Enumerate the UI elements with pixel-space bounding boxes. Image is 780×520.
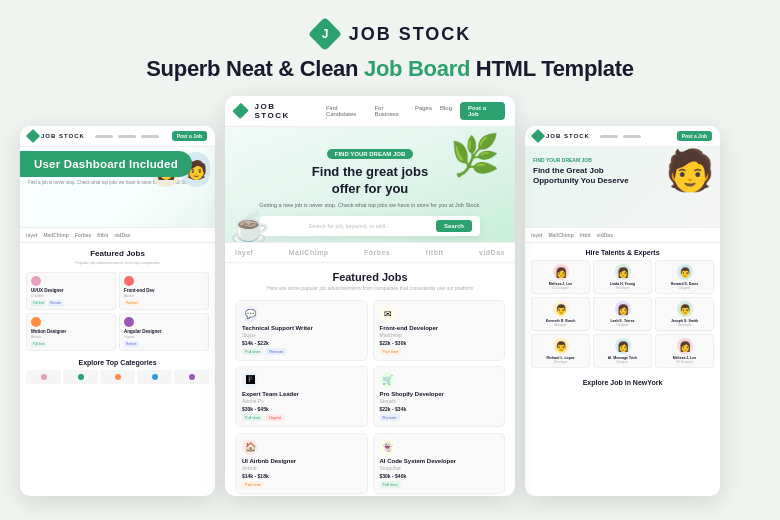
- right-logo-diamond: [531, 129, 545, 143]
- left-job-icon-2: [124, 276, 134, 286]
- center-nav-links: Find Candidates For Business Pages Blog: [326, 105, 452, 117]
- right-logo-viddas: vidDas: [597, 232, 613, 238]
- center-logos: layef MailChimp Forbes fitbit vidDas: [225, 242, 515, 263]
- center-job-salary-6: $30k - $40k: [380, 473, 499, 479]
- right-talent-role-7: Developer: [535, 360, 586, 364]
- center-tag-pt-2: Part time: [380, 348, 402, 355]
- center-job-salary-1: $14k - $22k: [242, 340, 361, 346]
- tagline-normal: Superb Neat & Clean: [146, 56, 364, 81]
- center-logo-fitbit: fitbit: [426, 249, 444, 256]
- center-job-salary-3: $30k - $45k: [242, 406, 361, 412]
- center-jobs-grid-2: 🏠 UI Airbnb Designer Airbnb $14k - $18k …: [225, 431, 515, 496]
- left-job-4: Angular Designer Figma Remote: [119, 313, 209, 351]
- center-job-4: 🛒 Pro Shopify Developer Shopify $22k - $…: [373, 366, 506, 427]
- left-job-company-4: Figma: [124, 335, 204, 339]
- center-nav: JOB STOCK Find Candidates For Business P…: [225, 96, 515, 127]
- center-screenshot-card: JOB STOCK Find Candidates For Business P…: [225, 96, 515, 496]
- left-logo-fitbit: fitbit: [97, 232, 108, 238]
- right-hero: FIND YOUR DREAM JOB Find the Great Job O…: [525, 147, 720, 227]
- left-job-1: UI/UX Designer Dribbble Full time Remote: [26, 272, 116, 310]
- center-job-icon-3: 🅿: [242, 372, 258, 388]
- left-featured-title: Featured Jobs: [20, 243, 215, 260]
- tagline: Superb Neat & Clean Job Board HTML Templ…: [146, 56, 633, 82]
- left-screenshot-card: JOB STOCK Post a Job REMOTE WORK PLATFOR…: [20, 126, 215, 496]
- left-logo: JOB STOCK: [28, 131, 85, 141]
- center-tag-pt-5: Part time: [242, 481, 264, 488]
- center-job-tags-3: Full time Urgent: [242, 414, 361, 421]
- center-nav-find[interactable]: Find Candidates: [326, 105, 367, 117]
- right-talent-role-9: UX Designer: [659, 360, 710, 364]
- left-logo-diamond: [26, 129, 40, 143]
- left-nav-link-1: [95, 135, 113, 138]
- center-search-input[interactable]: Search for job, keyword, or skill...: [268, 223, 430, 229]
- center-logo-mailchimp: MailChimp: [289, 249, 329, 256]
- left-job-icon-1: [31, 276, 41, 286]
- right-nav-links: [600, 135, 641, 138]
- right-talent-avatar-7: 👨: [553, 338, 569, 354]
- right-talent-avatar-1: 👩: [553, 264, 569, 280]
- left-featured-sub: Popular job advertisements from top comp…: [20, 260, 215, 269]
- right-talent-role-3: Designer: [659, 286, 710, 290]
- center-job-tags-1: Full time Remote: [242, 348, 361, 355]
- center-job-icon-2: ✉: [380, 306, 396, 322]
- right-nav-link-2: [623, 135, 641, 138]
- center-job-title-4: Pro Shopify Developer: [380, 391, 499, 397]
- center-tag-urg-3: Urgent: [266, 414, 284, 421]
- center-post-btn[interactable]: Post a Job: [460, 102, 505, 120]
- center-nav-biz[interactable]: For Business: [374, 105, 406, 117]
- tagline-highlight: Job Board: [364, 56, 470, 81]
- left-nav-link-2: [118, 135, 136, 138]
- center-job-title-5: UI Airbnb Designer: [242, 458, 361, 464]
- left-job-title-3: Motion Designer: [31, 329, 111, 334]
- left-nav: JOB STOCK Post a Job: [20, 126, 215, 147]
- center-plant-icon: 🌿: [450, 132, 500, 179]
- center-job-2: ✉ Front-end Developer Mailchimp $22k - $…: [373, 300, 506, 361]
- left-cat-dot-3: [115, 374, 121, 380]
- left-job-3: Motion Designer Airbnb Full time: [26, 313, 116, 351]
- center-tag-ft-1: Full time: [242, 348, 263, 355]
- left-post-btn[interactable]: Post a Job: [172, 131, 207, 141]
- center-jobs-grid-1: 💬 Technical Support Writer Skype $14k - …: [225, 296, 515, 431]
- center-tag-r-4: Remote: [380, 414, 400, 421]
- left-tag-fulltime-1: Full time: [31, 300, 46, 306]
- right-talent-avatar-9: 👩: [677, 338, 693, 354]
- left-cat-3: [100, 370, 135, 384]
- center-logo-layef: layef: [235, 249, 253, 256]
- right-talent-2: 👩 Linda H. Young Developer: [593, 260, 652, 294]
- left-tag-remote-1: Remote: [48, 300, 63, 306]
- right-post-btn[interactable]: Post a Job: [677, 131, 712, 141]
- center-nav-blog[interactable]: Blog: [440, 105, 452, 117]
- center-nav-pages[interactable]: Pages: [415, 105, 432, 117]
- screenshots-row: User Dashboard Included JOB STOCK Post a…: [20, 96, 760, 496]
- center-logo-diamond: [232, 103, 249, 120]
- right-talent-role-4: Manager: [535, 323, 586, 327]
- center-logo-viddas: vidDas: [479, 249, 505, 256]
- right-talents-section: Hire Talents & Experts 👩 Melissa J. Lee …: [525, 243, 720, 374]
- left-nav-links: [95, 135, 159, 138]
- left-logo-viddas: vidDas: [114, 232, 130, 238]
- right-person-icon: 🧑: [665, 150, 715, 190]
- center-job-3: 🅿 Expert Team Leader Adobe Ps $30k - $45…: [235, 366, 368, 427]
- center-job-title-6: AI Code System Developer: [380, 458, 499, 464]
- left-cat-1: [26, 370, 61, 384]
- left-cat-dot-2: [78, 374, 84, 380]
- right-nav: JOB STOCK Post a Job: [525, 126, 720, 147]
- header: J JOB STOCK: [309, 18, 472, 50]
- right-talent-role-5: Designer: [597, 323, 648, 327]
- center-job-salary-2: $22k - $30k: [380, 340, 499, 346]
- left-logo-layef: layef: [26, 232, 37, 238]
- left-cat-4: [137, 370, 172, 384]
- left-logo-forbes: Forbes: [75, 232, 92, 238]
- center-logo-text: JOB STOCK: [254, 102, 311, 120]
- center-featured-sub: Here are some popular job advertisements…: [225, 285, 515, 296]
- center-search-btn[interactable]: Search: [436, 220, 472, 232]
- center-job-salary-4: $22k - $34k: [380, 406, 499, 412]
- left-job-tags-1: Full time Remote: [31, 300, 111, 306]
- right-talent-avatar-4: 👨: [553, 301, 569, 317]
- left-job-2: Front-end Dev Adobe Part time: [119, 272, 209, 310]
- right-screenshot-card: JOB STOCK Post a Job FIND YOUR DREAM JOB…: [525, 126, 720, 496]
- left-job-title-2: Front-end Dev: [124, 288, 204, 293]
- tagline-end: HTML Template: [470, 56, 634, 81]
- right-talent-9: 👩 Melissa J. Lee UX Designer: [655, 334, 714, 368]
- center-job-title-3: Expert Team Leader: [242, 391, 361, 397]
